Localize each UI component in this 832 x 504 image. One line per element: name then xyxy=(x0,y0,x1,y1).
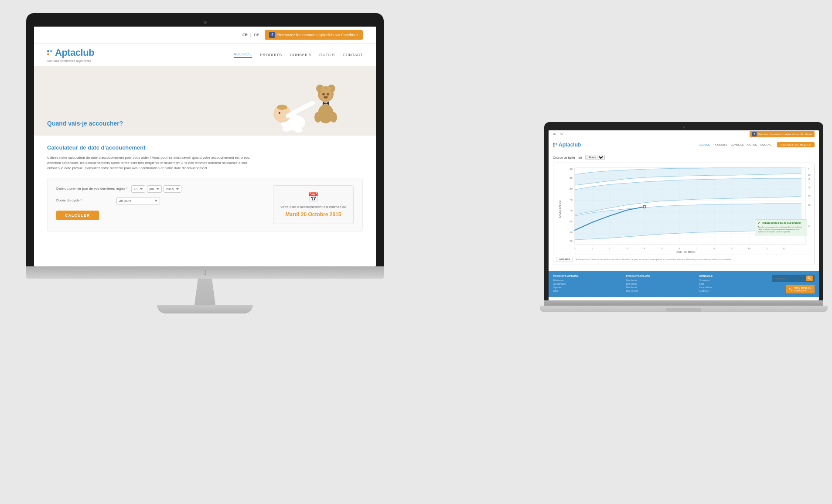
footer-link-allaitement[interactable]: Allaitement xyxy=(553,279,617,282)
footer-link-avoir-enfants[interactable]: Avoir enfants xyxy=(699,286,764,289)
svg-point-74 xyxy=(808,277,810,279)
nav-conseils[interactable]: CONSEILS xyxy=(290,53,312,57)
calculator-description: Utilisez notre calculateur de date d'acc… xyxy=(47,155,256,171)
footer-link-suite1[interactable]: Suite xyxy=(553,289,617,292)
print-button[interactable]: IMPRIMER xyxy=(556,257,573,262)
website-laptop: FR | DE f Retrouvez les mamans Aptaclub … xyxy=(549,130,819,300)
imac-chin:  xyxy=(26,266,384,279)
svg-point-13 xyxy=(314,112,321,123)
search-input[interactable] xyxy=(774,277,805,280)
growth-chart-svg: 90 85 80 75 70 65 60 55 0 xyxy=(556,166,812,253)
svg-text:75: 75 xyxy=(569,198,573,201)
svg-point-18 xyxy=(277,105,287,110)
result-label: Votre date d'accouchement est estimée au xyxy=(280,205,346,209)
footer-link-contact[interactable]: CONTACT xyxy=(699,289,764,292)
hero-section: Quand vais-je accoucher? xyxy=(34,66,376,136)
svg-text:85: 85 xyxy=(569,177,573,179)
svg-text:7: 7 xyxy=(696,247,698,250)
svg-text:AGE (EN MOIS): AGE (EN MOIS) xyxy=(676,251,696,253)
callout-title: ✓ NORAH SEMBLE EN PLEINE FORME! xyxy=(758,221,804,225)
lang-links: FR | DE xyxy=(242,33,259,37)
nav-produits[interactable]: PRODUITS xyxy=(260,53,282,57)
search-icon xyxy=(808,276,811,280)
apple-logo:  xyxy=(204,269,206,276)
laptop-nav-contact[interactable]: CONTACT xyxy=(760,143,773,146)
footer-col-milupa: PRODUITS MILUPA Dès 4 mois Dès 6 mois Dè… xyxy=(626,275,691,293)
footer-link-6mois[interactable]: Dès 6 mois xyxy=(626,283,691,285)
cycle-label: Durée du cycle * xyxy=(56,198,113,203)
svg-point-6 xyxy=(324,96,328,99)
laptop-footer: PRODUITS APTAMIL Allaitement Lait standa… xyxy=(549,271,819,297)
search-button[interactable] xyxy=(806,276,813,281)
desktop-nav: ACCUEIL PRODUITS CONSEILS OUTILS CONTACT xyxy=(234,52,363,58)
macbook-screen: FR | DE f Retrouvez les mamans Aptaclub … xyxy=(549,130,819,300)
result-box: 📅 Votre date d'accouchement est estimée … xyxy=(273,185,354,224)
svg-point-20 xyxy=(282,126,291,132)
footer-link-4mois[interactable]: Dès 4 mois xyxy=(626,279,691,282)
macbook-trackpad xyxy=(666,308,701,312)
laptop-nav-outils[interactable]: OUTILS xyxy=(747,143,757,146)
svg-text:4: 4 xyxy=(644,247,645,250)
svg-text:11: 11 xyxy=(765,247,768,250)
laptop-logo: Aptaclub xyxy=(559,142,581,148)
laptop-nav-conseils[interactable]: CONSEILS xyxy=(731,143,744,146)
lang-fr[interactable]: FR xyxy=(242,33,248,37)
svg-text:75: 75 xyxy=(808,195,811,198)
logo-text: Aptaclub xyxy=(55,47,94,58)
date-row: Date du premier jour de vos dernières rè… xyxy=(56,185,260,193)
svg-text:10: 10 xyxy=(748,247,751,250)
facebook-button[interactable]: f Retrouvez les mamans Aptaclub sur Face… xyxy=(265,30,363,40)
phone-button[interactable]: 0800 55 66 00 Appel gratuit xyxy=(786,285,815,293)
macbook-screen-border: FR | DE f Retrouvez les mamans Aptaclub … xyxy=(544,122,823,300)
calculate-button[interactable]: CALCULER xyxy=(56,211,99,220)
svg-text:65: 65 xyxy=(569,220,573,223)
footer-link-standard[interactable]: Lait standard xyxy=(553,283,617,285)
laptop-lang-fr[interactable]: FR xyxy=(553,133,556,136)
green-callout: ✓ NORAH SEMBLE EN PLEINE FORME! Avec les… xyxy=(755,219,807,235)
svg-text:0: 0 xyxy=(574,247,576,250)
cycle-select[interactable]: 28 jours xyxy=(116,197,160,204)
day-select[interactable]: 13 xyxy=(131,185,145,193)
footer-aptamil-title: PRODUITS APTAMIL xyxy=(553,275,617,277)
laptop-nav: ACCUEIL PRODUITS CONSEILS OUTILS CONTACT xyxy=(699,143,773,146)
imac-screen: FR | DE f Retrouvez les mamans Aptaclub … xyxy=(34,27,376,266)
month-select[interactable]: jan xyxy=(147,185,162,193)
laptop-nav-produits[interactable]: PRODUITS xyxy=(714,143,727,146)
laptop-nav-accueil[interactable]: ACCUEIL xyxy=(699,143,710,146)
laptop-lang-de[interactable]: DE xyxy=(560,133,563,136)
svg-point-11 xyxy=(325,102,327,104)
nav-outils[interactable]: OUTILS xyxy=(319,53,335,57)
footer-link-12mois[interactable]: Dès 12 mois xyxy=(626,289,691,292)
svg-point-8 xyxy=(327,87,331,91)
print-disclaimer: Avis important: Cette courbe est fournie… xyxy=(576,258,731,261)
svg-text:1: 1 xyxy=(591,247,593,250)
footer-col-aptamil: PRODUITS APTAMIL Allaitement Lait standa… xyxy=(553,275,617,293)
svg-point-5 xyxy=(327,93,329,95)
svg-text:9: 9 xyxy=(731,247,733,250)
callout-text: Avec les bons repas, votre enfant grandi… xyxy=(758,226,804,233)
year-select[interactable]: 2015 xyxy=(164,185,181,193)
lang-de[interactable]: DE xyxy=(254,33,259,37)
phone-label: Appel gratuit xyxy=(794,289,811,292)
child-name-select[interactable]: Norah xyxy=(585,155,605,160)
svg-point-21 xyxy=(294,127,303,133)
nav-accueil[interactable]: ACCUEIL xyxy=(234,52,252,58)
nav-contact[interactable]: CONTACT xyxy=(343,53,363,57)
date-label: Date du premier jour de vos dernières rè… xyxy=(56,187,128,191)
footer-link-8mois[interactable]: Dès 8 mois xyxy=(626,286,691,289)
footer-link-bebe[interactable]: Bébé xyxy=(699,283,764,285)
phone-icon xyxy=(789,287,793,291)
laptop-facebook-button[interactable]: f Retrouvez les mamans Aptaclub sur Face… xyxy=(750,131,815,137)
laptop-facebook-icon: f xyxy=(752,132,757,136)
svg-text:TAILLE EN CM: TAILLE EN CM xyxy=(559,201,561,218)
svg-text:2: 2 xyxy=(609,247,610,250)
svg-text:3: 3 xyxy=(626,247,628,250)
laptop-add-measure-button[interactable]: AJOUTER UNE MESURE xyxy=(777,142,815,147)
imac-camera-row xyxy=(34,21,376,24)
macbook-device: FR | DE f Retrouvez les mamans Aptaclub … xyxy=(544,122,823,312)
svg-text:6: 6 xyxy=(679,247,680,250)
footer-link-grossesse[interactable]: Grossesse xyxy=(699,279,764,282)
footer-link-digestion[interactable]: Digestion xyxy=(553,286,617,289)
calculator-title: Calculateur de date d'accouchement xyxy=(47,144,363,151)
facebook-label: Retrouvez les mamans Aptaclub sur Facebo… xyxy=(277,33,358,37)
